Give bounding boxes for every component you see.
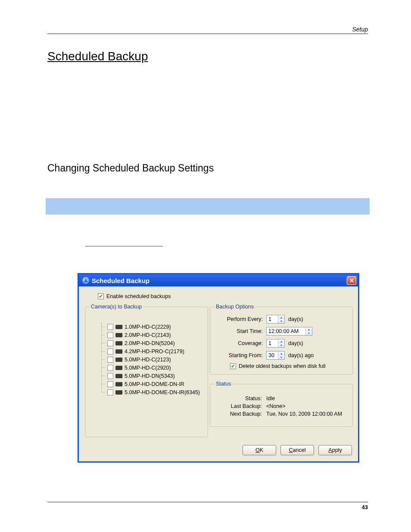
camera-checkbox[interactable]: ✔ xyxy=(107,357,113,363)
camera-icon xyxy=(115,341,122,345)
delete-oldest-label: Delete oldest backups when disk full xyxy=(239,363,326,369)
camera-item[interactable]: ✔5.0MP-HD-C(2123) xyxy=(97,355,200,364)
perform-every-suffix: day(s) xyxy=(288,316,303,322)
coverage-input[interactable] xyxy=(267,339,278,347)
status-field-label: Status: xyxy=(216,395,266,401)
starting-from-input[interactable] xyxy=(267,352,278,359)
camera-label: 5.0MP-HD-DN(5343) xyxy=(125,373,175,379)
scheduled-backup-dialog: Scheduled Backup ✕ ✔ Enable scheduled ba… xyxy=(78,273,359,463)
backup-options-fieldset: Backup Options Perform Every: ▲▼ day(s) … xyxy=(210,304,353,375)
delete-oldest-checkbox[interactable]: ✔ xyxy=(230,363,236,369)
dialog-titlebar[interactable]: Scheduled Backup ✕ xyxy=(79,274,358,286)
camera-label: 4.2MP-HD-PRO-C(2179) xyxy=(125,348,184,355)
start-time-label: Start Time: xyxy=(215,328,266,334)
perform-every-spinner[interactable]: ▲▼ xyxy=(266,315,285,324)
blank-hyperlink[interactable] xyxy=(85,240,163,246)
camera-icon xyxy=(115,382,122,386)
coverage-spinner[interactable]: ▲▼ xyxy=(266,339,285,348)
chevron-down-icon[interactable]: ▼ xyxy=(305,331,312,335)
camera-item[interactable]: ✔5.0MP-HD-DOME-DN-IR xyxy=(97,380,200,388)
camera-label: 5.0MP-HD-DOME-DN-IR(6345) xyxy=(125,389,200,395)
camera-checkbox[interactable]: ✔ xyxy=(107,389,113,395)
camera-item[interactable]: ✔4.2MP-HD-PRO-C(2179) xyxy=(97,347,200,355)
cameras-legend: Camera(s) to Backup xyxy=(90,304,143,310)
chevron-up-icon[interactable]: ▲ xyxy=(278,352,284,355)
camera-item[interactable]: ✔2.0MP-HD-C(2143) xyxy=(97,331,200,339)
close-button[interactable]: ✕ xyxy=(347,276,356,285)
camera-label: 5.0MP-HD-C(2123) xyxy=(125,357,171,363)
camera-item[interactable]: ✔5.0MP-HD-DN(5343) xyxy=(97,372,200,380)
chevron-up-icon[interactable]: ▲ xyxy=(278,315,284,319)
heading-scheduled-backup: Scheduled Backup xyxy=(47,50,368,63)
camera-icon xyxy=(115,349,122,354)
camera-checkbox[interactable]: ✔ xyxy=(107,381,113,387)
page-number: 43 xyxy=(47,502,368,510)
starting-from-suffix: day(s) ago xyxy=(288,352,314,358)
chevron-down-icon[interactable]: ▼ xyxy=(278,355,284,359)
perform-every-input[interactable] xyxy=(267,315,278,323)
coverage-label: Coverage: xyxy=(215,340,266,346)
last-backup-label: Last Backup: xyxy=(216,403,266,409)
camera-icon xyxy=(115,358,122,362)
camera-label: 1.0MP-HD-C(2229) xyxy=(125,324,171,330)
enable-backups-checkbox[interactable]: ✔ xyxy=(98,293,104,299)
starting-from-label: Starting From: xyxy=(215,352,266,358)
camera-checkbox[interactable]: ✔ xyxy=(107,373,113,379)
chevron-down-icon[interactable]: ▼ xyxy=(278,319,284,323)
dialog-title: Scheduled Backup xyxy=(92,277,149,284)
dialog-icon xyxy=(82,277,89,284)
camera-checkbox[interactable]: ✔ xyxy=(107,332,113,338)
start-time-input[interactable] xyxy=(267,327,305,335)
status-value: Idle xyxy=(266,395,275,401)
camera-item[interactable]: ✔2.0MP-HD-DN(5204) xyxy=(97,339,200,347)
camera-icon xyxy=(115,325,122,329)
chevron-up-icon[interactable]: ▲ xyxy=(278,339,284,343)
last-backup-value: <None> xyxy=(266,403,285,409)
camera-label: 5.0MP-HD-DOME-DN-IR xyxy=(125,381,184,387)
perform-every-label: Perform Every: xyxy=(215,316,266,322)
camera-icon xyxy=(115,366,122,370)
camera-item[interactable]: ✔5.0MP-HD-DOME-DN-IR(6345) xyxy=(97,388,200,396)
heading-changing-settings: Changing Scheduled Backup Settings xyxy=(47,162,368,174)
status-fieldset: Status Status: Idle Last Backup: <None> xyxy=(210,381,353,427)
coverage-suffix: day(s) xyxy=(288,340,303,346)
camera-checkbox[interactable]: ✔ xyxy=(107,324,113,330)
camera-checkbox[interactable]: ✔ xyxy=(107,348,113,355)
ok-button[interactable]: OK xyxy=(243,445,276,455)
camera-icon xyxy=(115,374,122,378)
apply-button[interactable]: Apply xyxy=(318,445,352,455)
camera-item[interactable]: ✔5.0MP-HD-C(2920) xyxy=(97,364,200,372)
start-time-spinner[interactable]: ▲▼ xyxy=(266,327,312,336)
camera-tree: ✔1.0MP-HD-C(2229) ✔2.0MP-HD-C(2143) ✔2.0… xyxy=(90,315,203,400)
enable-backups-label: Enable scheduled backups xyxy=(106,293,171,299)
page-header-section: Setup xyxy=(47,26,368,34)
camera-item[interactable]: ✔1.0MP-HD-C(2229) xyxy=(97,323,200,331)
close-icon: ✕ xyxy=(349,277,354,284)
cancel-button[interactable]: Cancel xyxy=(280,445,314,455)
backup-options-legend: Backup Options xyxy=(215,304,255,310)
next-backup-label: Next Backup: xyxy=(216,411,266,417)
camera-label: 2.0MP-HD-C(2143) xyxy=(125,332,171,338)
chevron-down-icon[interactable]: ▼ xyxy=(278,343,284,347)
camera-icon xyxy=(115,333,122,337)
chevron-up-icon[interactable]: ▲ xyxy=(305,327,312,331)
status-legend: Status xyxy=(215,381,232,387)
camera-checkbox[interactable]: ✔ xyxy=(107,340,113,346)
next-backup-value: Tue, Nov 10, 2009 12:00:00 AM xyxy=(266,411,342,417)
camera-label: 2.0MP-HD-DN(5204) xyxy=(125,340,175,346)
camera-checkbox[interactable]: ✔ xyxy=(107,365,113,371)
camera-icon xyxy=(115,390,122,395)
cameras-fieldset: Camera(s) to Backup ✔1.0MP-HD-C(2229) ✔2… xyxy=(85,304,208,437)
camera-label: 5.0MP-HD-C(2920) xyxy=(125,365,171,371)
highlight-band xyxy=(46,198,370,215)
starting-from-spinner[interactable]: ▲▼ xyxy=(266,351,285,360)
